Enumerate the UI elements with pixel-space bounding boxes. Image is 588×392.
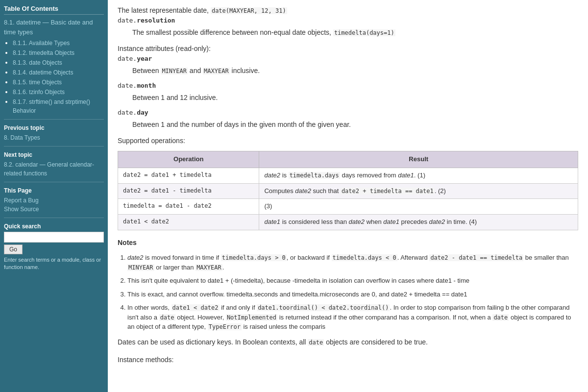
prev-topic-heading: Previous topic <box>4 124 104 131</box>
go-button[interactable]: Go <box>4 245 23 254</box>
report-bug-link[interactable]: Report a Bug <box>4 196 104 205</box>
list-item: This isn't quite equivalent to date1 + (… <box>127 276 578 286</box>
op-cell: date2 = date1 + timedelta <box>118 168 259 183</box>
list-item: 8.1.5. time Objects <box>13 78 104 87</box>
list-item: In other words, date1 < date2 if and onl… <box>127 303 578 332</box>
day-attr: date.day <box>118 108 578 118</box>
date-max-line: The latest representable date, date(MAXY… <box>118 5 578 16</box>
table-row: date2 = date1 + timedelta date2 is timed… <box>118 168 578 183</box>
dict-keys-text: Dates can be used as dictionary keys. In… <box>118 337 578 347</box>
month-block: date.month Between 1 and 12 inclusive. <box>118 81 578 103</box>
result-cell: Computes date2 such that date2 + timedel… <box>259 183 578 199</box>
supported-ops-title: Supported operations: <box>118 135 578 146</box>
divider <box>4 218 104 218</box>
year-attr: date.year <box>118 54 578 64</box>
this-page-heading: This Page <box>4 187 104 194</box>
divider <box>4 182 104 182</box>
list-item: 8.1.4. datetime Objects <box>13 68 104 77</box>
day-desc: Between 1 and the number of days in the … <box>132 119 578 130</box>
list-item: 8.1.3. date Objects <box>13 58 104 67</box>
op-cell: date1 < date2 <box>118 215 259 230</box>
month-attr: date.month <box>118 81 578 91</box>
divider <box>4 146 104 147</box>
list-item: 8.1.7. strftime() and strptime() Behavio… <box>13 98 104 115</box>
search-hint: Enter search terms or a module, class or… <box>4 256 104 271</box>
resolution-code: timedelta(days=1) <box>333 29 395 36</box>
instance-methods-title: Instance methods: <box>118 354 578 365</box>
col-result: Result <box>259 151 578 168</box>
notes-title: Notes <box>118 237 578 248</box>
list-item: 8.1.2. timedelta Objects <box>13 49 104 57</box>
table-row: date2 = date1 - timedelta Computes date2… <box>118 183 578 199</box>
toc-sub-list: 8.1.1. Available Types 8.1.2. timedelta … <box>4 39 104 115</box>
list-item: 8.1.1. Available Types <box>13 39 104 48</box>
toc-sub-link[interactable]: 8.1.7. strftime() and strptime() Behavio… <box>13 98 104 115</box>
toc-title: Table Of Contents <box>4 5 104 15</box>
toc-sub-link[interactable]: 8.1.4. datetime Objects <box>13 68 104 77</box>
result-cell: date1 is considered less than date2 when… <box>259 215 578 230</box>
date-max-code: date(MAXYEAR, 12, 31) <box>211 7 287 14</box>
show-source-link[interactable]: Show Source <box>4 205 104 214</box>
notes-list: date2 is moved forward in time if timede… <box>118 253 578 332</box>
day-block: date.day Between 1 and the number of day… <box>118 108 578 130</box>
op-cell: timedelta = date1 - date2 <box>118 199 259 215</box>
resolution-attr: date.resolution <box>118 16 578 26</box>
toc-sub-link[interactable]: 8.1.1. Available Types <box>13 39 104 48</box>
result-cell: (3) <box>259 199 578 215</box>
list-item: This is exact, and cannot overflow. time… <box>127 290 578 299</box>
year-block: date.year Between MINYEAR and MAXYEAR in… <box>118 54 578 76</box>
minyear-code: MINYEAR <box>161 68 188 74</box>
resolution-block: date.resolution The smallest possible di… <box>118 16 578 38</box>
list-item: date2 is moved forward in time if timede… <box>127 253 578 272</box>
operations-table: Operation Result date2 = date1 + timedel… <box>118 151 578 230</box>
next-topic-link[interactable]: 8.2. calendar — General calendar-related… <box>4 160 104 178</box>
prev-topic-link[interactable]: 8. Data Types <box>4 133 104 142</box>
date-code-inline: date <box>308 339 324 346</box>
list-item: 8.1.6. tzinfo Objects <box>13 88 104 97</box>
maxyear-code: MAXYEAR <box>203 68 230 74</box>
next-topic-heading: Next topic <box>4 151 104 158</box>
month-desc: Between 1 and 12 inclusive. <box>132 92 578 103</box>
divider <box>4 119 104 120</box>
sidebar: Table Of Contents 8.1. datetime — Basic … <box>0 0 108 392</box>
resolution-desc: The smallest possible difference between… <box>132 27 578 38</box>
main-content: The latest representable date, date(MAXY… <box>108 0 588 392</box>
table-row: timedelta = date1 - date2 (3) <box>118 199 578 215</box>
toc-sub-link[interactable]: 8.1.2. timedelta Objects <box>13 49 104 57</box>
op-cell: date2 = date1 - timedelta <box>118 183 259 199</box>
result-cell: date2 is timedelta.days days removed fro… <box>259 168 578 183</box>
table-row: date1 < date2 date1 is considered less t… <box>118 215 578 230</box>
toc-sub-link[interactable]: 8.1.3. date Objects <box>13 58 104 67</box>
search-heading: Quick search <box>4 223 104 230</box>
col-operation: Operation <box>118 151 259 168</box>
year-desc: Between MINYEAR and MAXYEAR inclusive. <box>132 65 578 76</box>
toc-sub-link[interactable]: 8.1.6. tzinfo Objects <box>13 88 104 97</box>
search-input[interactable] <box>4 232 104 243</box>
instance-attrs-title: Instance attributes (read-only): <box>118 43 578 54</box>
toc-sub-link[interactable]: 8.1.5. time Objects <box>13 78 104 87</box>
toc-main-link[interactable]: 8.1. datetime — Basic date and time type… <box>4 18 104 37</box>
